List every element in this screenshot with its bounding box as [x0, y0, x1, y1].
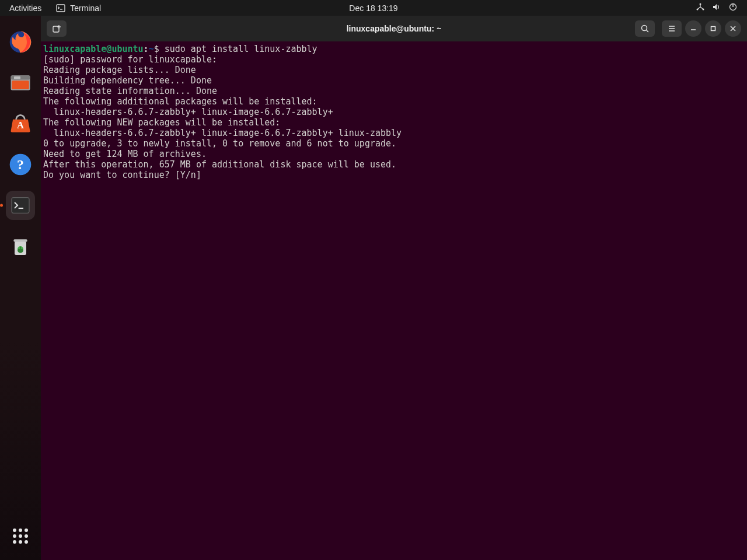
apps-grid-icon: [11, 526, 30, 546]
svg-point-32: [642, 26, 647, 31]
output-line: The following additional packages will b…: [43, 96, 317, 107]
output-line: 0 to upgrade, 3 to newly install, 0 to r…: [43, 138, 396, 149]
window-title: linuxcapable@ubuntu: ~: [347, 24, 442, 33]
search-icon: [640, 24, 650, 33]
window-titlebar[interactable]: linuxcapable@ubuntu: ~: [41, 16, 747, 41]
hamburger-icon: [667, 24, 676, 33]
dock-item-firefox[interactable]: [6, 27, 35, 57]
svg-rect-0: [57, 5, 65, 12]
software-center-icon: A: [8, 111, 33, 136]
current-app[interactable]: Terminal: [56, 4, 101, 13]
output-line: Building dependency tree... Done: [43, 75, 212, 86]
terminal-icon: [56, 4, 65, 13]
svg-point-21: [19, 528, 22, 532]
dock-item-help[interactable]: ?: [6, 150, 35, 179]
close-icon: [729, 25, 736, 32]
svg-point-20: [13, 528, 16, 532]
output-line: linux-headers-6.6.7-zabbly+ linux-image-…: [43, 107, 333, 117]
dock-item-software[interactable]: A: [6, 109, 35, 138]
show-applications-button[interactable]: [11, 526, 30, 548]
current-app-label: Terminal: [70, 4, 101, 13]
svg-line-33: [647, 30, 649, 33]
minimize-button[interactable]: [685, 20, 701, 37]
terminal-output[interactable]: linuxcapable@ubuntu:~$ sudo apt install …: [41, 41, 747, 560]
dock-item-files[interactable]: [6, 68, 35, 97]
activities-button[interactable]: Activities: [9, 4, 41, 13]
svg-rect-10: [12, 80, 29, 89]
output-line: Reading package lists... Done: [43, 65, 196, 75]
svg-point-26: [13, 540, 16, 544]
svg-rect-19: [13, 239, 27, 242]
terminal-app-icon: [9, 194, 32, 217]
firefox-icon: [8, 29, 33, 55]
work-area: linuxcapable@ubuntu: ~ linuxcapa: [41, 16, 747, 560]
active-indicator-dot: [0, 204, 3, 207]
svg-rect-15: [12, 198, 29, 214]
output-line: Reading state information... Done: [43, 86, 217, 96]
command-text: sudo apt install linux-zabbly: [165, 44, 317, 54]
volume-icon[interactable]: [712, 2, 721, 13]
svg-point-28: [25, 540, 28, 544]
trash-icon: [9, 235, 32, 258]
files-icon: [8, 70, 33, 96]
dock-item-trash[interactable]: [6, 232, 35, 261]
prompt-sep: :: [144, 44, 149, 54]
output-line: [sudo] password for linuxcapable:: [43, 54, 222, 65]
prompt-symbol: $: [154, 44, 165, 54]
top-bar: Activities Terminal Dec 18 13:19: [0, 0, 747, 16]
minimize-icon: [690, 25, 697, 32]
svg-point-23: [13, 534, 16, 538]
prompt-path: ~: [149, 44, 154, 54]
network-icon[interactable]: [696, 2, 705, 13]
svg-point-25: [25, 534, 28, 538]
terminal-window: linuxcapable@ubuntu: ~ linuxcapa: [41, 16, 747, 560]
close-button[interactable]: [725, 20, 741, 37]
new-tab-icon: [52, 24, 61, 33]
svg-point-22: [25, 528, 28, 532]
svg-point-27: [19, 540, 22, 544]
svg-text:A: A: [17, 120, 24, 131]
svg-point-2: [700, 4, 701, 5]
help-icon: ?: [8, 152, 33, 177]
svg-text:?: ?: [17, 157, 24, 172]
output-line: After this operation, 657 MB of addition…: [43, 159, 396, 170]
maximize-button[interactable]: [705, 20, 721, 37]
maximize-icon: [710, 25, 717, 32]
new-tab-button[interactable]: [47, 20, 67, 37]
power-icon[interactable]: [728, 2, 738, 13]
output-line: linux-headers-6.6.7-zabbly+ linux-image-…: [43, 128, 402, 138]
prompt-user: linuxcapable@ubuntu: [43, 44, 144, 54]
svg-point-24: [19, 534, 22, 538]
svg-rect-38: [711, 27, 715, 31]
dock-item-terminal[interactable]: [6, 191, 35, 220]
output-line: The following NEW packages will be insta…: [43, 117, 280, 128]
clock[interactable]: Dec 18 13:19: [349, 4, 397, 13]
dock: A ?: [0, 16, 41, 560]
svg-rect-11: [14, 76, 20, 79]
output-line: Do you want to continue? [Y/n]: [43, 170, 207, 180]
menu-button[interactable]: [662, 20, 682, 37]
search-button[interactable]: [635, 20, 655, 37]
output-line: Need to get 124 MB of archives.: [43, 149, 207, 159]
